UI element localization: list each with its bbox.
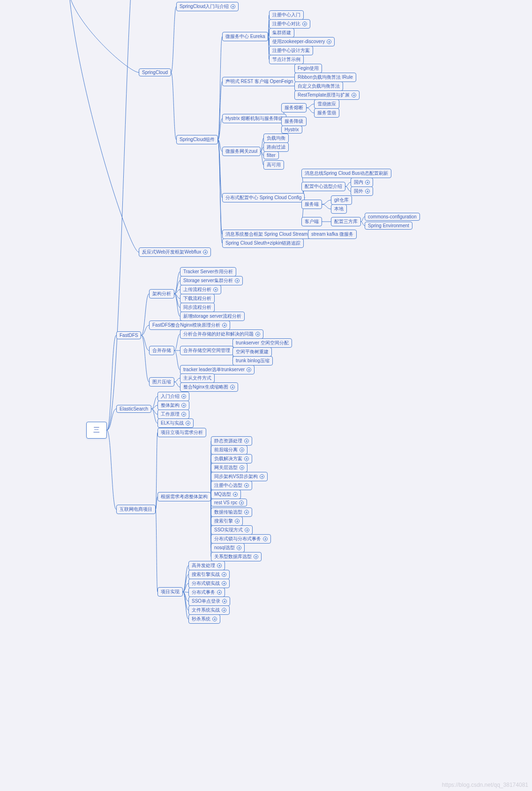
node-trunk-binlog[interactable]: trunk binlog压缩 <box>232 356 273 366</box>
expand-icon[interactable] <box>233 492 238 497</box>
node-hystrix-mech[interactable]: Hystrix 熔断机制与服务降级 <box>222 114 286 123</box>
expand-icon[interactable] <box>302 22 307 26</box>
node-circuit-break[interactable]: 服务熔断 <box>281 103 307 112</box>
node-rest-rpc[interactable]: rest VS rpc <box>211 499 247 507</box>
node-cluster[interactable]: 集群搭建 <box>269 28 294 37</box>
node-dist-lock-tx[interactable]: 分布式锁与分布式事务 <box>211 534 271 544</box>
node-elk[interactable]: ELK与实战 <box>157 418 194 428</box>
expand-icon[interactable] <box>217 563 222 568</box>
expand-icon[interactable] <box>213 287 218 292</box>
node-space-rebuild[interactable]: 空闲平衡树重建 <box>232 347 272 357</box>
node-mq-sel[interactable]: MQ选型 <box>211 490 241 499</box>
node-fs-practice[interactable]: 文件系统实战 <box>188 605 230 615</box>
expand-icon[interactable] <box>352 93 356 97</box>
expand-icon[interactable] <box>222 572 226 577</box>
expand-icon[interactable] <box>237 545 241 550</box>
node-sync[interactable]: 同步流程分析 <box>180 303 215 312</box>
node-custom-lb[interactable]: 自定义负载均衡算法 <box>294 82 343 91</box>
expand-icon[interactable] <box>212 617 217 621</box>
node-downgrade[interactable]: 服务降级 <box>281 117 307 126</box>
expand-icon[interactable] <box>254 554 258 559</box>
expand-icon[interactable] <box>222 608 226 612</box>
node-search-practice[interactable]: 搜索引擎实战 <box>188 570 230 579</box>
node-springcloud-intro[interactable]: SpringCloud入门与介绍 <box>176 2 239 11</box>
node-client-side[interactable]: 客户端 <box>301 217 322 226</box>
node-service-avalanche[interactable]: 服务雪崩 <box>314 108 339 118</box>
node-reg-intro[interactable]: 注册中心入门 <box>269 10 304 20</box>
node-new-storage[interactable]: 新增storage server流程分析 <box>180 312 245 321</box>
node-webflux[interactable]: 反应式Web开发框架Webflux <box>139 247 211 257</box>
expand-icon[interactable] <box>244 483 249 488</box>
expand-icon[interactable] <box>240 448 244 452</box>
node-local[interactable]: 本地 <box>331 204 347 214</box>
expand-icon[interactable] <box>181 394 186 399</box>
node-tracker[interactable]: Tracker Server作用分析 <box>180 267 236 276</box>
root-node[interactable]: 三 <box>86 422 107 439</box>
node-zookeeper[interactable]: 使用zookeeper-discovery <box>269 37 335 46</box>
node-high-conc[interactable]: 高并发处理 <box>188 561 225 570</box>
node-reg-design[interactable]: 注册中心设计方案 <box>269 46 313 55</box>
node-es-principle[interactable]: 工作原理 <box>157 410 189 419</box>
expand-icon[interactable] <box>203 250 208 254</box>
node-storage-server[interactable]: Storage server集群分析 <box>180 276 243 285</box>
expand-icon[interactable] <box>222 323 227 328</box>
node-elasticsearch[interactable]: ElasticSearch <box>116 405 151 413</box>
node-eureka[interactable]: 微服务中心 Eureka <box>222 32 268 41</box>
node-nosql-sel[interactable]: nosql选型 <box>211 543 245 552</box>
node-static-res[interactable]: 静态资源处理 <box>211 436 252 446</box>
expand-icon[interactable] <box>263 537 268 541</box>
node-tracker-leader[interactable]: tracker leader选单trunkserver <box>180 365 255 374</box>
expand-icon[interactable] <box>247 367 251 372</box>
node-reg-compare[interactable]: 注册中心对比 <box>269 19 310 29</box>
node-nginx-module[interactable]: FastDFS整合Nginx模块原理分析 <box>149 321 230 330</box>
expand-icon[interactable] <box>230 385 235 389</box>
expand-icon[interactable] <box>217 590 222 595</box>
node-bus[interactable]: 消息总线Spring Cloud Bus动态配置刷新 <box>301 169 391 178</box>
node-sso-login[interactable]: SSO单点登录 <box>188 597 230 606</box>
expand-icon[interactable] <box>245 528 249 532</box>
node-lb[interactable]: 负载均衡 <box>263 134 289 143</box>
node-sleuth[interactable]: Spring Cloud Sleuth+zipkin链路追踪 <box>222 239 304 248</box>
expand-icon[interactable] <box>244 510 249 515</box>
node-hystrix[interactable]: Hystrix <box>281 126 302 134</box>
expand-icon[interactable] <box>235 519 240 523</box>
node-lock-practice[interactable]: 分布式锁实战 <box>188 579 230 588</box>
node-sso-impl[interactable]: SSO实现方式 <box>211 525 253 535</box>
node-es-intro[interactable]: 入门介绍 <box>157 392 189 401</box>
node-upload[interactable]: 上传流程分析 <box>180 285 221 294</box>
node-zuul[interactable]: 微服务网关zuul <box>222 147 261 156</box>
node-lb-solution[interactable]: 负载解决方案 <box>211 454 252 463</box>
node-es-arch[interactable]: 整体架构 <box>157 401 189 410</box>
expand-icon[interactable] <box>255 332 260 336</box>
node-frontend-sep[interactable]: 前后端分离 <box>211 445 247 455</box>
expand-icon[interactable] <box>235 278 240 283</box>
node-seckill[interactable]: 秒杀系统 <box>188 614 220 624</box>
node-resttemplate[interactable]: RestTemplate原理与扩展 <box>294 90 360 100</box>
node-springcloud[interactable]: SpringCloud <box>139 68 171 76</box>
node-stream-detail[interactable]: stream kafka 微服务 <box>308 230 357 239</box>
node-ecom[interactable]: 互联网电商项目 <box>116 505 156 514</box>
node-nginx-thumb[interactable]: 整合Nginx生成缩略图 <box>180 382 238 392</box>
node-ribbon[interactable]: Ribbon负载均衡算法 IRule <box>294 73 356 82</box>
expand-icon[interactable] <box>240 465 244 470</box>
node-search-engine[interactable]: 搜索引擎 <box>211 516 243 526</box>
node-openfeign[interactable]: 声明式 REST 客户端 OpenFeign <box>222 77 296 86</box>
node-img-compress[interactable]: 图片压缩 <box>149 377 174 387</box>
node-fastdfs[interactable]: FastDFS <box>116 331 141 339</box>
node-route-filter[interactable]: 路由过滤 <box>263 142 289 152</box>
expand-icon[interactable] <box>327 39 331 44</box>
node-domestic[interactable]: 国内 <box>351 178 373 187</box>
expand-icon[interactable] <box>365 189 370 194</box>
node-ha[interactable]: 高可用 <box>263 160 284 170</box>
node-gateway-sel[interactable]: 网关层选型 <box>211 463 247 472</box>
expand-icon[interactable] <box>365 180 370 185</box>
node-download[interactable]: 下载流程分析 <box>180 294 215 303</box>
node-config[interactable]: 分布式配置中心 Spring Cloud Config <box>222 193 305 202</box>
node-space-mgmt[interactable]: 合并存储空闲空间管理 <box>180 346 233 355</box>
expand-icon[interactable] <box>181 403 186 408</box>
expand-icon[interactable] <box>222 599 227 604</box>
expand-icon[interactable] <box>244 439 249 443</box>
node-spring-env[interactable]: Spring Environment <box>365 222 412 230</box>
node-proj-impl[interactable]: 项目实现 <box>157 587 183 597</box>
node-foreign[interactable]: 国外 <box>351 187 373 196</box>
